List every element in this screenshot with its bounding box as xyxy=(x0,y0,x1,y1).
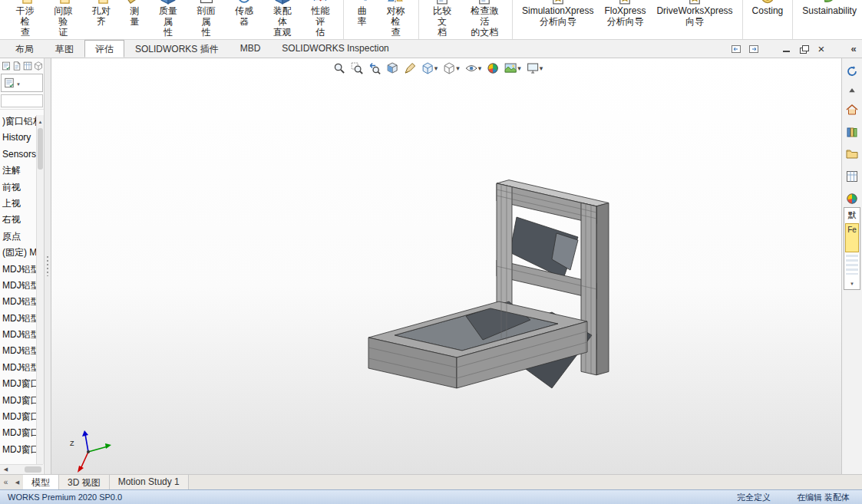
aluminum-frame xyxy=(368,180,609,388)
model-tab[interactable]: 3D 视图 xyxy=(59,475,110,489)
ribbon-tool-icon xyxy=(550,0,566,5)
ribbon-tool-button[interactable]: DriveWorksXpress 向导 xyxy=(651,0,738,27)
commandmanager-tab[interactable]: SOLIDWORKS 插件 xyxy=(124,40,230,58)
appearances-icon[interactable] xyxy=(845,192,859,206)
ribbon-tool-icon xyxy=(355,0,370,5)
ribbon-tool-button[interactable]: 对称检 查 xyxy=(377,0,415,38)
chevron-down-icon xyxy=(16,77,21,88)
scrollbar-thumb[interactable] xyxy=(25,466,41,473)
view-orientation-button[interactable] xyxy=(421,61,439,76)
ribbon-tool-button[interactable]: 传感器 xyxy=(225,0,263,27)
featuremanager-tree-tab[interactable] xyxy=(1,61,11,71)
ribbon-tool-icon xyxy=(55,0,71,5)
close-icon[interactable] xyxy=(815,43,827,55)
section-view-button[interactable] xyxy=(385,61,399,76)
ribbon-tool-label: 间隙验 证 xyxy=(50,5,78,38)
ribbon-tool-button[interactable] xyxy=(343,0,344,40)
appearance-flyout[interactable]: 默 Fe xyxy=(844,207,860,290)
ribbon-tool-icon xyxy=(127,0,142,5)
design-library-icon[interactable] xyxy=(845,125,859,139)
graphics-area[interactable]: Z xyxy=(51,58,841,474)
file-explorer-icon[interactable] xyxy=(845,147,859,161)
commandmanager-tab[interactable]: 布局 xyxy=(5,40,45,58)
ribbon-tool-button[interactable]: FloXpress 分析向导 xyxy=(599,0,651,27)
ribbon-tool-label: Sustainability xyxy=(802,5,857,16)
minimize-icon[interactable] xyxy=(780,43,792,55)
home-icon[interactable] xyxy=(845,103,859,117)
window-prev-icon[interactable] xyxy=(730,43,742,55)
display-style-button[interactable] xyxy=(442,61,461,76)
ribbon-tool-label: FloXpress 分析向导 xyxy=(604,5,646,27)
apply-scene-button[interactable] xyxy=(504,61,522,76)
ribbon-tool-icon xyxy=(822,0,837,5)
ribbon-tool-button[interactable]: 剖面属 性 xyxy=(187,0,226,38)
model-tab[interactable]: Motion Study 1 xyxy=(110,475,189,489)
commandmanager-tab[interactable]: 草图 xyxy=(45,40,84,58)
ribbon-tool-button[interactable]: SimulationXpress 分析向导 xyxy=(517,0,599,27)
ribbon-tool-button[interactable]: Sustainability xyxy=(797,0,862,16)
scrollbar-thumb[interactable] xyxy=(38,128,43,170)
model-tab[interactable]: 模型 xyxy=(23,475,59,489)
configurationmanager-tab[interactable] xyxy=(22,61,32,71)
scroll-left-icon[interactable] xyxy=(0,466,12,473)
ribbon-tool-button[interactable]: 质量属 性 xyxy=(149,0,187,38)
view-palette-icon[interactable] xyxy=(845,170,859,183)
hide-show-items-button[interactable] xyxy=(464,61,483,76)
displaymanager-tab[interactable] xyxy=(33,61,43,71)
flyout-appearance-chip[interactable]: Fe xyxy=(845,223,859,252)
ribbon-tool-icon xyxy=(434,0,450,5)
view-settings-button[interactable] xyxy=(526,61,544,76)
ribbon-tool-button[interactable] xyxy=(512,0,513,40)
ribbon-tool-button[interactable]: Costing xyxy=(747,0,789,16)
flyout-label: 默 xyxy=(848,209,857,221)
edit-appearance-button[interactable] xyxy=(486,61,500,76)
tree-horizontal-scrollbar[interactable] xyxy=(0,464,43,474)
triad-z-label: Z xyxy=(70,440,74,447)
ribbon-tool-button[interactable]: 测量 xyxy=(121,0,150,27)
scroll-up-icon[interactable] xyxy=(845,87,859,94)
solidworks-window: 干涉检 查 间隙验 证 孔对齐 测量 质量属 性 xyxy=(0,0,862,504)
tree-vertical-scrollbar[interactable] xyxy=(36,115,44,464)
ribbon-tool-button[interactable]: 检查激活 的文档 xyxy=(461,0,508,38)
zoom-fit-button[interactable] xyxy=(332,61,346,76)
previous-view-button[interactable] xyxy=(368,61,381,76)
commandmanager-tab[interactable]: SOLIDWORKS Inspection xyxy=(271,40,399,58)
ribbon-tool-button[interactable]: 曲率 xyxy=(348,0,377,27)
heads-up-toolbar xyxy=(332,61,544,76)
expand-taskpane-icon[interactable] xyxy=(847,43,860,55)
restore-icon[interactable] xyxy=(798,43,810,55)
ribbon-tool-icon xyxy=(477,0,492,5)
featuremanager-header xyxy=(0,58,44,110)
ribbon-tool-button[interactable] xyxy=(742,0,743,40)
window-next-icon[interactable] xyxy=(748,43,760,55)
ribbon-tool-button[interactable] xyxy=(418,0,419,40)
ribbon-tool-icon xyxy=(160,0,176,5)
ribbon-tool-button[interactable]: 性能评 估 xyxy=(301,0,339,38)
ribbon-tool-button[interactable]: 装配体 直观 xyxy=(263,0,302,38)
ribbon-tool-label: 检查激活 的文档 xyxy=(467,5,503,38)
flyout-expand-icon[interactable] xyxy=(850,277,854,288)
zoom-area-button[interactable] xyxy=(350,61,364,76)
commandmanager-tab[interactable]: 评估 xyxy=(84,40,124,58)
ribbon-tool-button[interactable]: 孔对齐 xyxy=(82,0,121,27)
ribbon-tool-button[interactable] xyxy=(792,0,793,40)
tabs-scroll-start-icon[interactable] xyxy=(0,475,12,489)
ribbon-tool-button[interactable]: 间隙验 证 xyxy=(45,0,83,38)
tree-filter-input[interactable] xyxy=(1,94,43,107)
scroll-up-icon[interactable] xyxy=(38,115,43,126)
ribbon-tool-label: 装配体 直观 xyxy=(269,5,296,38)
panel-splitter[interactable] xyxy=(45,58,51,474)
assembly-model[interactable]: Z xyxy=(51,58,841,474)
ribbon-tool-button[interactable]: 干涉检 查 xyxy=(6,0,45,38)
commandmanager-tab[interactable]: MBD xyxy=(230,40,272,58)
display-pane-selector[interactable] xyxy=(1,74,43,92)
dynamic-annotation-button[interactable] xyxy=(403,61,417,76)
ribbon-tool-icon xyxy=(312,0,328,5)
propertymanager-tab[interactable] xyxy=(12,61,21,71)
ribbon-tool-label: 干涉检 查 xyxy=(12,5,39,38)
ribbon-tool-icon xyxy=(94,0,109,5)
ribbon-tool-button[interactable]: 比较文 档 xyxy=(423,0,461,38)
refresh-icon[interactable] xyxy=(845,64,859,78)
model-tabs: 模型 3D 视图 Motion Study 1 xyxy=(23,475,189,489)
tabs-scroll-left-icon[interactable] xyxy=(12,475,23,489)
